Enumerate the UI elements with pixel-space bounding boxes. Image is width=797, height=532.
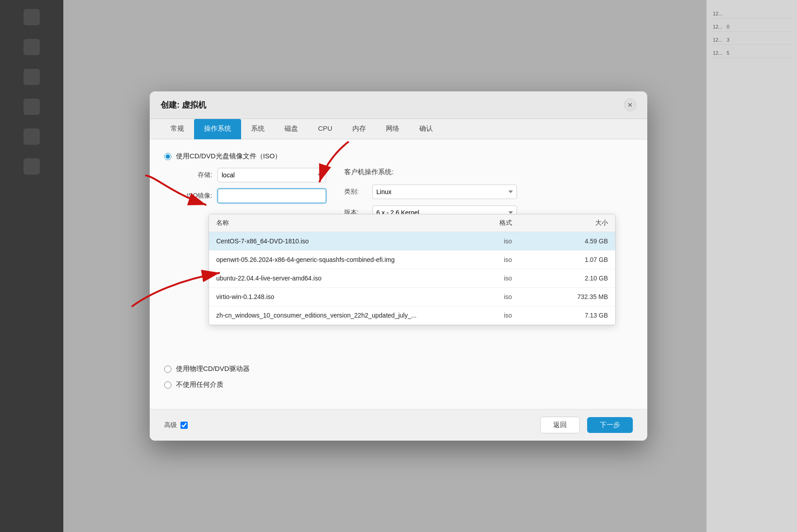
item-format-0: iso — [499, 238, 554, 245]
dropdown-item-4[interactable]: zh-cn_windows_10_consumer_editions_versi… — [209, 306, 615, 325]
right-fields: 客户机操作系统: 类别: Linux Windows 版本: 6.x - 2.6… — [344, 168, 517, 220]
iso-field-row: ISO镜像: — [176, 189, 326, 203]
tab-network[interactable]: 网络 — [376, 119, 409, 139]
iso-input[interactable] — [218, 189, 326, 203]
advanced-checkbox[interactable] — [180, 422, 188, 429]
close-icon: ✕ — [627, 101, 633, 109]
form-area: 存储: local local-lvm ISO镜像: 客户机操作系统: — [176, 168, 633, 220]
overlay: 12... 12... 0 12... 3 12... 5 创建: 虚拟机 ✕ … — [0, 0, 797, 532]
item-size-3: 732.35 MB — [554, 293, 608, 300]
item-name-2: ubuntu-22.04.4-live-server-amd64.iso — [216, 275, 499, 282]
dialog-body: 使用CD/DVD光盘镜像文件（ISO） 存储: local local-lvm … — [150, 139, 647, 409]
bg-list-item: 12... — [711, 9, 792, 19]
col-header-format: 格式 — [499, 219, 554, 227]
item-size-4: 7.13 GB — [554, 312, 608, 319]
radio-use-physical[interactable] — [164, 366, 171, 373]
bg-list-item: 12... 5 — [711, 48, 792, 58]
dialog-footer: 高级 返回 下一步 — [150, 409, 647, 441]
back-button[interactable]: 返回 — [540, 417, 580, 433]
sidebar-icon-4 — [24, 99, 40, 115]
close-button[interactable]: ✕ — [624, 99, 636, 111]
guest-os-title: 客户机操作系统: — [344, 168, 517, 176]
item-format-1: iso — [499, 256, 554, 263]
item-size-0: 4.59 GB — [554, 238, 608, 245]
item-size-2: 2.10 GB — [554, 275, 608, 282]
sidebar-icon-5 — [24, 128, 40, 145]
radio-none-label: 不使用任何介质 — [176, 380, 223, 389]
radio-physical-label: 使用物理CD/DVD驱动器 — [176, 365, 250, 373]
sidebar-icon-2 — [24, 39, 40, 55]
item-size-1: 1.07 GB — [554, 256, 608, 263]
radio-use-iso[interactable] — [164, 153, 171, 160]
item-format-4: iso — [499, 312, 554, 319]
bg-list-item: 12... 3 — [711, 35, 792, 45]
dialog-title: 创建: 虚拟机 — [161, 100, 206, 110]
type-label: 类别: — [344, 188, 367, 196]
storage-label: 存储: — [176, 171, 212, 179]
dropdown-item-3[interactable]: virtio-win-0.1.248.iso iso 732.35 MB — [209, 288, 615, 306]
radio-physical-row: 使用物理CD/DVD驱动器 — [164, 365, 633, 373]
tab-general[interactable]: 常规 — [161, 119, 194, 139]
storage-field-row: 存储: local local-lvm — [176, 168, 326, 182]
sidebar-icon-6 — [24, 158, 40, 175]
iso-label: ISO镜像: — [176, 192, 212, 200]
item-name-0: CentOS-7-x86_64-DVD-1810.iso — [216, 238, 499, 245]
tab-os[interactable]: 操作系统 — [194, 119, 241, 139]
item-format-2: iso — [499, 275, 554, 282]
next-button[interactable]: 下一步 — [587, 417, 633, 433]
dialog-tabs: 常规 操作系统 系统 磁盘 CPU 内存 网络 确认 — [150, 119, 647, 139]
item-format-3: iso — [499, 293, 554, 300]
sidebar-icon-1 — [24, 9, 40, 25]
main-dialog: 创建: 虚拟机 ✕ 常规 操作系统 系统 磁盘 CPU 内存 网络 确认 使用C… — [150, 91, 647, 441]
footer-left: 高级 — [164, 421, 188, 429]
col-header-size: 大小 — [554, 219, 608, 227]
left-fields: 存储: local local-lvm ISO镜像: — [176, 168, 326, 220]
tab-system[interactable]: 系统 — [241, 119, 275, 139]
type-field-row: 类别: Linux Windows — [344, 185, 517, 199]
item-name-1: openwrt-05.26.2024-x86-64-generic-squash… — [216, 256, 499, 263]
dialog-titlebar: 创建: 虚拟机 ✕ — [150, 91, 647, 119]
col-header-name: 名称 — [216, 219, 499, 227]
tab-memory[interactable]: 内存 — [342, 119, 376, 139]
radio-iso-row: 使用CD/DVD光盘镜像文件（ISO） — [164, 152, 633, 161]
bg-list-item: 12... 0 — [711, 22, 792, 32]
dropdown-header: 名称 格式 大小 — [209, 214, 615, 232]
item-name-4: zh-cn_windows_10_consumer_editions_versi… — [216, 312, 499, 319]
background-list: 12... 12... 0 12... 3 12... 5 — [707, 0, 797, 532]
tab-confirm[interactable]: 确认 — [409, 119, 443, 139]
sidebar-icon-3 — [24, 69, 40, 85]
storage-select[interactable]: local local-lvm — [218, 168, 326, 182]
radio-iso-label: 使用CD/DVD光盘镜像文件（ISO） — [176, 152, 281, 161]
tab-cpu[interactable]: CPU — [308, 119, 342, 139]
iso-dropdown: 名称 格式 大小 CentOS-7-x86_64-DVD-1810.iso is… — [209, 214, 616, 325]
background-sidebar — [0, 0, 63, 532]
radio-no-media[interactable] — [164, 381, 171, 389]
item-name-3: virtio-win-0.1.248.iso — [216, 293, 499, 300]
type-select[interactable]: Linux Windows — [372, 185, 517, 199]
tab-disk[interactable]: 磁盘 — [275, 119, 308, 139]
advanced-label: 高级 — [164, 421, 177, 429]
radio-none-row: 不使用任何介质 — [164, 380, 633, 389]
dropdown-item-0[interactable]: CentOS-7-x86_64-DVD-1810.iso iso 4.59 GB — [209, 232, 615, 251]
dropdown-item-2[interactable]: ubuntu-22.04.4-live-server-amd64.iso iso… — [209, 269, 615, 288]
dropdown-item-1[interactable]: openwrt-05.26.2024-x86-64-generic-squash… — [209, 251, 615, 269]
